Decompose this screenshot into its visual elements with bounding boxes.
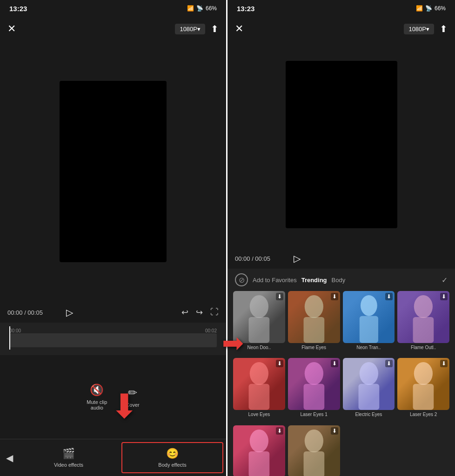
download-icon-row3b: ⬇ [331, 427, 338, 435]
timeline-cursor [9, 326, 10, 350]
effect-love-eyes[interactable]: ⬇ Love Eyes [233, 358, 285, 422]
effect-thumb-row3a: ⬇ [233, 425, 285, 476]
video-effects-icon: 🎬 [62, 448, 75, 460]
effect-name-electric-eyes: Electric Eyes [343, 412, 395, 417]
back-button[interactable]: ◀ [0, 439, 19, 476]
video-preview-left [0, 41, 226, 302]
upload-icon-left[interactable]: ⬆ [211, 23, 219, 34]
download-icon-love-eyes: ⬇ [276, 360, 283, 367]
add-favorites-label[interactable]: Add to Favorites [253, 277, 297, 284]
undo-icon-left[interactable]: ↩ [181, 307, 188, 317]
effect-name-love-eyes: Love Eyes [233, 412, 285, 417]
timeline-labels-left: 00:00 00:02 [0, 326, 226, 333]
time-right: 13:23 [237, 5, 254, 13]
svg-rect-17 [249, 451, 270, 476]
time-left: 13:23 [9, 5, 27, 13]
effect-name-laser-eyes1: Laser Eyes 1 [288, 412, 340, 417]
effects-panel: ⊘ Add to Favorites Trending Body ✓ ⬇ Neo… [228, 269, 455, 476]
svg-rect-1 [249, 317, 270, 343]
right-phone-panel: 13:23 📶 📡 66% ✕ 1080P▾ ⬆ 00:00 / 00:05 ▷… [228, 0, 455, 476]
video-frame-right [286, 61, 397, 228]
effect-flame-eyes[interactable]: ⬇ Flame Eyes [288, 291, 340, 355]
effect-electric-eyes[interactable]: ⬇ Electric Eyes [343, 358, 395, 422]
svg-point-6 [414, 295, 433, 318]
mute-label: Mute clipaudio [87, 399, 107, 410]
back-icon: ◀ [6, 452, 13, 463]
check-icon[interactable]: ✓ [442, 276, 448, 284]
toolbar-right-right: 1080P▾ ⬆ [404, 23, 448, 34]
svg-rect-11 [303, 384, 324, 410]
trending-tab[interactable]: Trending [301, 277, 327, 284]
effect-thumb-love-eyes: ⬇ [233, 358, 285, 410]
status-bar-right: 13:23 📶 📡 66% [228, 0, 455, 17]
video-effects-nav[interactable]: 🎬 Video effects [19, 439, 119, 476]
timeline-track[interactable] [9, 333, 217, 347]
effect-thumb-laser-eyes1: ⬇ [288, 358, 340, 410]
effect-name-flame-eyes: Flame Eyes [288, 345, 340, 350]
effect-thumb-flame-outl: ⬇ [397, 291, 449, 343]
download-icon-laser-eyes1: ⬇ [331, 360, 338, 367]
svg-rect-15 [413, 384, 434, 410]
battery-left: 66% [206, 5, 217, 12]
signal-icon-left: 📡 [196, 5, 203, 12]
download-icon-flame-eyes: ⬇ [331, 293, 338, 300]
svg-point-16 [250, 430, 268, 452]
body-tab[interactable]: Body [332, 277, 346, 284]
svg-rect-3 [303, 317, 324, 343]
resolution-badge-left[interactable]: 1080P▾ [175, 24, 205, 34]
close-button-left[interactable]: ✕ [7, 23, 16, 35]
effects-header: ⊘ Add to Favorites Trending Body ✓ [231, 273, 451, 291]
play-button-left[interactable]: ▷ [66, 307, 73, 318]
effect-thumb-electric: ⬇ [343, 358, 395, 410]
timeline-marker-start: 00:00 [9, 328, 21, 333]
effects-grid: ⬇ Neon Doo.. ⬇ Flame Eyes [231, 291, 451, 476]
svg-rect-5 [359, 316, 378, 343]
wifi-icon-right: 📶 [416, 5, 423, 12]
svg-point-18 [305, 430, 323, 452]
battery-right: 66% [435, 5, 446, 12]
bottom-nav-left: ◀ 🎬 Video effects 😊 Body effects [0, 439, 226, 476]
upload-icon-right[interactable]: ⬆ [440, 23, 448, 34]
download-icon-neon-tran: ⬇ [385, 293, 393, 300]
effect-name-flame-outl: Flame Outl.. [397, 345, 449, 350]
download-icon-row3a: ⬇ [276, 427, 283, 435]
effect-thumb-flame-eyes: ⬇ [288, 291, 340, 343]
playback-bar-right: 00:00 / 00:05 ▷ [228, 248, 455, 269]
effect-flame-outl[interactable]: ⬇ Flame Outl.. [397, 291, 449, 355]
body-effects-nav[interactable]: 😊 Body effects [121, 442, 223, 473]
toolbar-left: ✕ 1080P▾ ⬆ [0, 17, 226, 41]
mute-icon: 🔇 [90, 383, 104, 397]
effect-thumb-row3b: ⬇ [288, 425, 340, 476]
body-effects-label: Body effects [158, 462, 186, 468]
timeline-marker-end: 00:02 [205, 328, 217, 333]
effect-laser-eyes1[interactable]: ⬇ Laser Eyes 1 [288, 358, 340, 422]
svg-point-12 [359, 362, 378, 385]
effect-row3b[interactable]: ⬇ [288, 425, 340, 476]
playback-icons-left: ↩ ↪ ⛶ [181, 307, 219, 317]
video-effects-label: Video effects [54, 462, 83, 468]
fullscreen-icon-left[interactable]: ⛶ [210, 307, 219, 317]
effect-laser-eyes2[interactable]: ⬇ Laser Eyes 2 [397, 358, 449, 422]
arrow-right: ➡ [222, 328, 244, 358]
play-button-right[interactable]: ▷ [294, 253, 301, 264]
effect-neon-tran[interactable]: ⬇ Neon Tran.. [343, 291, 395, 355]
left-phone-panel: 13:23 📶 📡 66% ✕ 1080P▾ ⬆ 00:00 / 00:05 ▷… [0, 0, 228, 476]
status-icons-right: 📶 📡 66% [416, 5, 446, 12]
effect-thumb-laser-eyes2: ⬇ [397, 358, 449, 410]
toolbar-right-left: 1080P▾ ⬆ [175, 23, 219, 34]
download-icon-flame-outl: ⬇ [440, 293, 448, 300]
svg-point-10 [305, 362, 323, 385]
timeline-left: 00:00 00:02 [0, 323, 226, 355]
time-display-left: 00:00 / 00:05 [7, 309, 43, 316]
video-frame-left [60, 81, 167, 262]
mute-clip-tool[interactable]: 🔇 Mute clipaudio [87, 383, 107, 410]
svg-point-8 [250, 362, 268, 385]
no-effect-button[interactable]: ⊘ [235, 273, 248, 286]
redo-icon-left[interactable]: ↪ [196, 307, 203, 317]
svg-point-0 [250, 295, 268, 318]
download-icon-laser-eyes2: ⬇ [440, 360, 448, 367]
body-effects-icon: 😊 [166, 448, 179, 460]
close-button-right[interactable]: ✕ [235, 23, 243, 35]
effect-row3a[interactable]: ⬇ [233, 425, 285, 476]
resolution-badge-right[interactable]: 1080P▾ [404, 24, 434, 34]
